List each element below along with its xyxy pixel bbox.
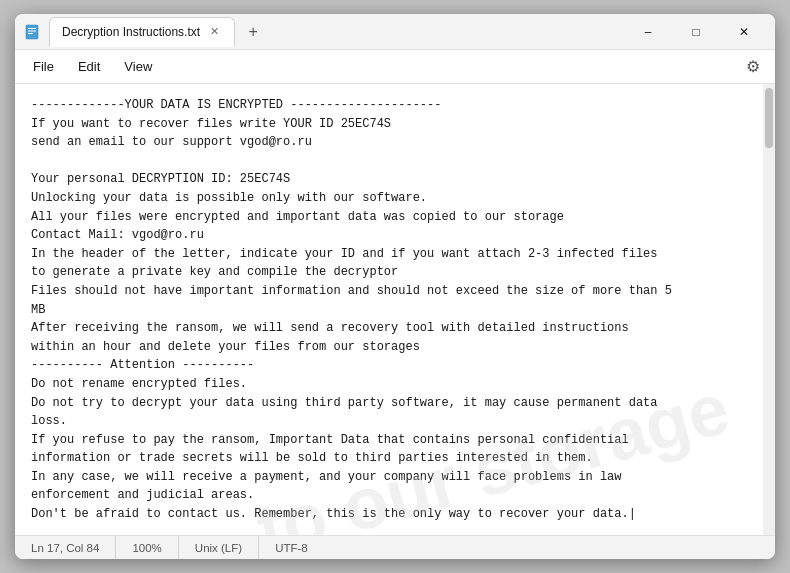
svg-rect-2 xyxy=(28,30,36,31)
active-tab[interactable]: Decryption Instructions.txt ✕ xyxy=(49,17,235,47)
edit-menu[interactable]: Edit xyxy=(68,55,110,78)
window-controls: – □ ✕ xyxy=(625,16,767,48)
scrollbar[interactable] xyxy=(763,84,775,535)
scrollbar-thumb[interactable] xyxy=(765,88,773,148)
notepad-window: Decryption Instructions.txt ✕ + – □ ✕ Fi… xyxy=(15,14,775,559)
svg-rect-0 xyxy=(26,25,38,39)
view-menu[interactable]: View xyxy=(114,55,162,78)
maximize-button[interactable]: □ xyxy=(673,16,719,48)
minimize-button[interactable]: – xyxy=(625,16,671,48)
file-menu[interactable]: File xyxy=(23,55,64,78)
gear-icon[interactable]: ⚙ xyxy=(739,53,767,81)
encoding: UTF-8 xyxy=(259,536,324,559)
close-button[interactable]: ✕ xyxy=(721,16,767,48)
tab-close-button[interactable]: ✕ xyxy=(206,24,222,40)
line-ending: Unix (LF) xyxy=(179,536,259,559)
svg-rect-3 xyxy=(28,33,33,34)
menu-items: File Edit View xyxy=(23,55,162,78)
content-area: -------------YOUR DATA IS ENCRYPTED ----… xyxy=(15,84,775,535)
svg-rect-1 xyxy=(28,28,36,29)
menubar: File Edit View ⚙ xyxy=(15,50,775,84)
statusbar: Ln 17, Col 84 100% Unix (LF) UTF-8 xyxy=(15,535,775,559)
app-icon xyxy=(23,23,41,41)
tab-bar: Decryption Instructions.txt ✕ + xyxy=(49,17,625,47)
titlebar: Decryption Instructions.txt ✕ + – □ ✕ xyxy=(15,14,775,50)
zoom-level: 100% xyxy=(116,536,178,559)
cursor-position: Ln 17, Col 84 xyxy=(27,536,116,559)
new-tab-button[interactable]: + xyxy=(239,18,267,46)
text-content[interactable]: -------------YOUR DATA IS ENCRYPTED ----… xyxy=(15,84,763,535)
tab-title: Decryption Instructions.txt xyxy=(62,25,200,39)
